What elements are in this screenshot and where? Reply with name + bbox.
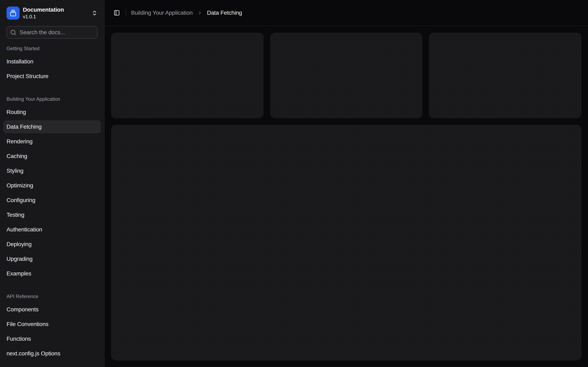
nav-group-getting-started: Getting Started InstallationProject Stru… [0,39,104,89]
chevron-right-icon [197,10,203,16]
nav-item-functions[interactable]: Functions [3,332,101,345]
panel-left-icon [114,10,120,16]
nav-group-label: API Reference [3,293,101,300]
nav-item-optimizing[interactable]: Optimizing [3,179,101,192]
nav-item-routing[interactable]: Routing [3,106,101,119]
placeholder-card-1 [111,33,264,118]
nav-group-api-reference: API Reference ComponentsFile Conventions… [0,287,104,364]
main-area: Building Your Application Data Fetching [104,0,588,367]
gallery-vertical-end-icon [7,7,20,20]
nav-item-caching[interactable]: Caching [3,150,101,163]
sidebar-nav: Getting Started InstallationProject Stru… [0,39,104,364]
search-icon [10,29,16,35]
placeholder-card-3 [429,33,581,118]
nav-group-building-your-application: Building Your Application RoutingData Fe… [0,89,104,287]
nav-list: RoutingData FetchingRenderingCachingStyl… [3,106,101,280]
nav-item-deploying[interactable]: Deploying [3,238,101,251]
placeholder-card-2 [270,33,423,118]
breadcrumb-parent-link[interactable]: Building Your Application [131,9,193,16]
nav-item-file-conventions[interactable]: File Conventions [3,318,101,331]
app-version: v1.0.1 [23,14,88,20]
nav-item-configuring[interactable]: Configuring [3,194,101,207]
nav-list: InstallationProject Structure [3,55,101,83]
header-divider [126,9,126,16]
nav-group-label: Getting Started [3,45,101,52]
placeholder-card-row [111,33,581,118]
sidebar: Documentation v1.0.1 Getting Started Ins… [0,0,104,367]
nav-item-authentication[interactable]: Authentication [3,223,101,236]
nav-item-rendering[interactable]: Rendering [3,135,101,148]
nav-item-components[interactable]: Components [3,303,101,316]
breadcrumb-current-page: Data Fetching [207,9,242,16]
nav-item-data-fetching[interactable]: Data Fetching [3,120,101,133]
search-input[interactable] [7,26,98,39]
chevrons-up-down-icon [91,10,98,16]
nav-item-testing[interactable]: Testing [3,208,101,221]
breadcrumb: Building Your Application Data Fetching [131,9,242,16]
nav-list: ComponentsFile ConventionsFunctionsnext.… [3,303,101,360]
nav-item-examples[interactable]: Examples [3,267,101,280]
nav-item-next-config-js-options[interactable]: next.config.js Options [3,347,101,360]
search-container [7,26,98,39]
app-switcher-button[interactable]: Documentation v1.0.1 [3,3,101,23]
sidebar-toggle-button[interactable] [111,7,122,18]
content-area [104,26,588,367]
app-name: Documentation [23,7,88,13]
nav-item-styling[interactable]: Styling [3,164,101,177]
nav-item-project-structure[interactable]: Project Structure [3,70,101,83]
nav-item-upgrading[interactable]: Upgrading [3,252,101,266]
app-title-block: Documentation v1.0.1 [23,7,88,20]
nav-item-installation[interactable]: Installation [3,55,101,68]
sidebar-header: Documentation v1.0.1 [0,3,104,23]
main-placeholder-panel [111,125,581,360]
nav-group-label: Building Your Application [3,96,101,102]
main-header: Building Your Application Data Fetching [104,0,588,26]
